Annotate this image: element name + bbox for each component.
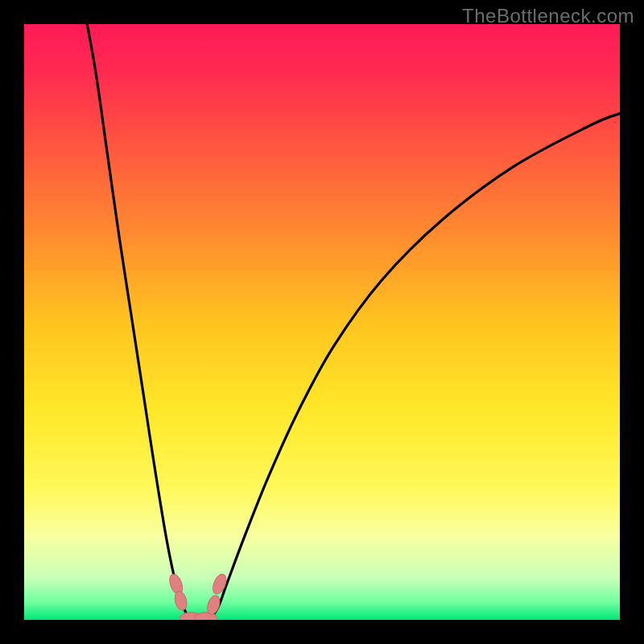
app-frame: TheBottleneck.com bbox=[0, 0, 644, 644]
heatmap-background bbox=[24, 24, 620, 620]
chart-svg bbox=[24, 24, 620, 620]
chart-canvas bbox=[24, 24, 620, 620]
